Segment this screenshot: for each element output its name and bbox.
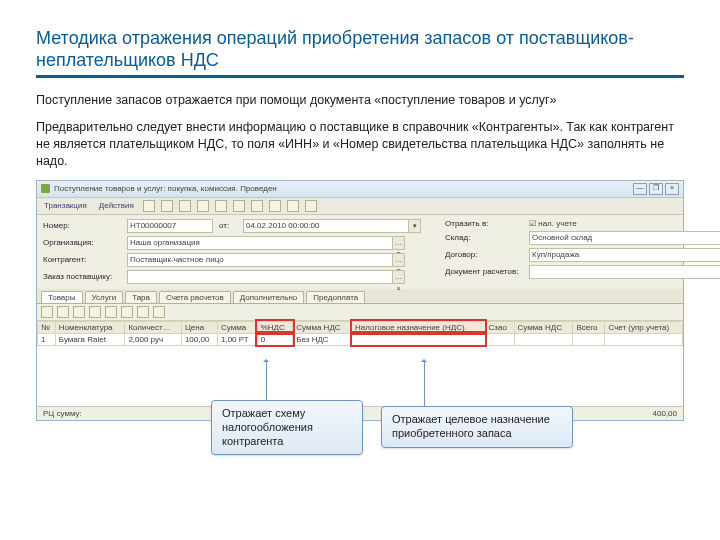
label-date: от: bbox=[219, 221, 237, 230]
col-szao[interactable]: Сзао bbox=[485, 321, 514, 333]
grid-down-icon[interactable] bbox=[121, 306, 133, 318]
toolbar-icon[interactable] bbox=[233, 200, 245, 212]
tab-dop[interactable]: Дополнительно bbox=[233, 291, 305, 303]
tab-strip: Товары Услуги Тара Счета расчетов Дополн… bbox=[37, 289, 683, 304]
col-price[interactable]: Цена bbox=[181, 321, 217, 333]
cell[interactable]: Бумага Ralet bbox=[55, 333, 125, 345]
field-zakaz[interactable] bbox=[127, 270, 393, 284]
screenshot-window: Поступление товаров и услуг: покупка, ко… bbox=[36, 180, 684, 421]
grid-add-icon[interactable] bbox=[41, 306, 53, 318]
grid-del-icon[interactable] bbox=[73, 306, 85, 318]
tab-predoplata[interactable]: Предоплата bbox=[306, 291, 365, 303]
grid-edit-icon[interactable] bbox=[57, 306, 69, 318]
window-min-button[interactable]: — bbox=[633, 183, 647, 195]
grid-up-icon[interactable] bbox=[105, 306, 117, 318]
col-qty[interactable]: Количест… bbox=[125, 321, 182, 333]
toolbar-icon[interactable] bbox=[179, 200, 191, 212]
status-left: РЦ сумму: bbox=[43, 409, 82, 418]
label-reflect: Отразить в: bbox=[445, 219, 523, 228]
title-divider bbox=[36, 75, 684, 78]
cell[interactable]: 1,00 РТ bbox=[217, 333, 257, 345]
date-picker-icon[interactable]: ▾ bbox=[409, 219, 421, 233]
cell[interactable]: 100,00 bbox=[181, 333, 217, 345]
window-close-button[interactable]: × bbox=[665, 183, 679, 195]
tab-scheta[interactable]: Счета расчетов bbox=[159, 291, 231, 303]
col-nalog-naznach[interactable]: Налоговое назначение (НДС) bbox=[352, 321, 485, 333]
cell[interactable] bbox=[573, 333, 605, 345]
paragraph-2: Предварительно следует внести информацию… bbox=[36, 119, 684, 170]
field-document[interactable] bbox=[529, 265, 720, 279]
toolbar-transaction[interactable]: Транзакция bbox=[41, 200, 90, 211]
cell[interactable] bbox=[485, 333, 514, 345]
toolbar-icon[interactable] bbox=[305, 200, 317, 212]
field-date[interactable]: 04.02.2010 00:00:00 bbox=[243, 219, 409, 233]
cell[interactable]: Без НДС bbox=[293, 333, 352, 345]
cell-nds[interactable]: 0 bbox=[257, 333, 293, 345]
tab-uslugi[interactable]: Услуги bbox=[85, 291, 124, 303]
field-sklad[interactable]: Основной склад bbox=[529, 231, 720, 245]
label-zakaz: Заказ поставщику: bbox=[43, 272, 121, 281]
grid-area: № Номенклатура Количест… Цена Сумма %НДС… bbox=[37, 304, 683, 406]
field-contragent[interactable]: Поставщик-частное лицо bbox=[127, 253, 393, 267]
label-sklad: Склад: bbox=[445, 233, 523, 242]
toolbar-icon[interactable] bbox=[287, 200, 299, 212]
cell[interactable] bbox=[514, 333, 573, 345]
cell[interactable] bbox=[605, 333, 683, 345]
field-org[interactable]: Наша организация bbox=[127, 236, 393, 250]
slide-title: Методика отражения операций приобретения… bbox=[36, 28, 684, 71]
cell[interactable]: 1 bbox=[38, 333, 56, 345]
toolbar-icon[interactable] bbox=[161, 200, 173, 212]
toolbar-actions[interactable]: Действия bbox=[96, 200, 137, 211]
toolbar-icon[interactable] bbox=[251, 200, 263, 212]
cell[interactable]: 2,000 руч bbox=[125, 333, 182, 345]
col-nds-sum[interactable]: Сумма НДС bbox=[293, 321, 352, 333]
toolbar-icon[interactable] bbox=[197, 200, 209, 212]
col-nds2[interactable]: Сумма НДС bbox=[514, 321, 573, 333]
grid-misc-icon[interactable] bbox=[153, 306, 165, 318]
label-org: Организация: bbox=[43, 238, 121, 247]
label-document: Документ расчетов: bbox=[445, 267, 523, 276]
col-total[interactable]: Всего bbox=[573, 321, 605, 333]
status-right: 400,00 bbox=[653, 409, 677, 418]
toolbar-icon[interactable] bbox=[215, 200, 227, 212]
callout-left: Отражает схему налогообложения контраген… bbox=[211, 400, 363, 455]
callout-right: Отражает целевое назначение приобретенно… bbox=[381, 406, 573, 448]
toolbar-icon[interactable] bbox=[143, 200, 155, 212]
tab-tovary[interactable]: Товары bbox=[41, 291, 83, 303]
label-dogovor: Договор: bbox=[445, 250, 523, 259]
col-acct[interactable]: Счет (упр.учета) bbox=[605, 321, 683, 333]
checkbox-nal[interactable]: ☑ нал. учете bbox=[529, 219, 577, 228]
dropdown-icon[interactable]: …Q bbox=[393, 236, 405, 250]
col-n[interactable]: № bbox=[38, 321, 56, 333]
label-contr: Контрагент: bbox=[43, 255, 121, 264]
col-nds-pct[interactable]: %НДС bbox=[257, 321, 293, 333]
toolbar: Транзакция Действия bbox=[37, 198, 683, 215]
grid-sort-icon[interactable] bbox=[137, 306, 149, 318]
toolbar-icon[interactable] bbox=[269, 200, 281, 212]
label-number: Номер: bbox=[43, 221, 121, 230]
app-icon bbox=[41, 184, 50, 193]
grid-table: № Номенклатура Количест… Цена Сумма %НДС… bbox=[37, 321, 683, 346]
field-number[interactable]: НТ00000007 bbox=[127, 219, 213, 233]
form-area: Номер: НТ00000007 от: 04.02.2010 00:00:0… bbox=[37, 215, 683, 289]
tab-tara[interactable]: Тара bbox=[125, 291, 157, 303]
field-dogovor[interactable]: Куп/продажа bbox=[529, 248, 720, 262]
window-titlebar: Поступление товаров и услуг: покупка, ко… bbox=[37, 181, 683, 198]
cell-nalog[interactable] bbox=[352, 333, 485, 345]
paragraph-1: Поступление запасов отражается при помощ… bbox=[36, 92, 684, 109]
table-row[interactable]: 1 Бумага Ralet 2,000 руч 100,00 1,00 РТ … bbox=[38, 333, 683, 345]
dropdown-icon[interactable]: …× bbox=[393, 270, 405, 284]
grid-copy-icon[interactable] bbox=[89, 306, 101, 318]
window-max-button[interactable]: ❐ bbox=[649, 183, 663, 195]
col-nomen[interactable]: Номенклатура bbox=[55, 321, 125, 333]
dropdown-icon[interactable]: …Q bbox=[393, 253, 405, 267]
grid-toolbar bbox=[37, 304, 683, 321]
col-sum[interactable]: Сумма bbox=[217, 321, 257, 333]
window-title: Поступление товаров и услуг: покупка, ко… bbox=[54, 184, 277, 193]
